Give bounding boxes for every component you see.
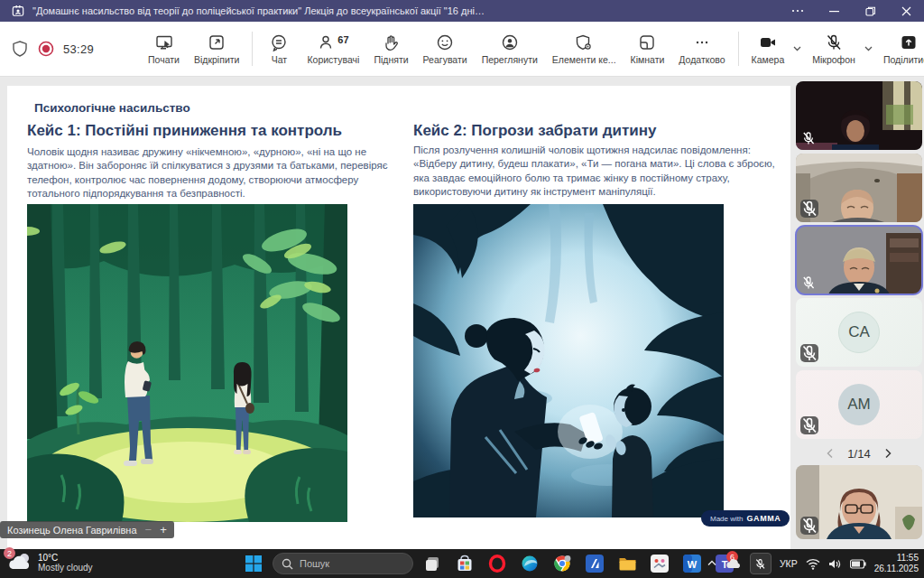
meeting-stage: Психологічне насильство Кейс 1: Постійні… — [0, 77, 924, 549]
battery-icon[interactable] — [850, 559, 866, 569]
meeting-icon — [12, 5, 24, 17]
chevron-down-icon — [792, 43, 802, 53]
mic-off-icon — [800, 416, 818, 434]
more-button[interactable]: Додатково — [671, 30, 732, 69]
people-icon — [318, 33, 336, 51]
raise-hand-icon — [382, 33, 400, 51]
unpin-button[interactable]: Відкріпити — [187, 30, 246, 69]
close-button[interactable] — [888, 0, 924, 22]
slide-title: Психологічне насильство — [34, 101, 190, 115]
pagination-next-icon[interactable] — [882, 448, 893, 459]
view-icon — [501, 33, 519, 51]
tray-date: 26.11.2025 — [874, 564, 919, 574]
word-button[interactable]: W — [679, 551, 706, 576]
control-elements-button[interactable]: Елементи ке... — [545, 30, 624, 69]
participants-pagination: 1/14 — [796, 443, 922, 464]
case1-body: Чоловік щодня називає дружину «нікчемною… — [27, 145, 395, 200]
shared-slide: Психологічне насильство Кейс 1: Постійні… — [7, 86, 790, 549]
view-button[interactable]: Переглянути — [475, 30, 545, 69]
taskbar-search[interactable] — [273, 553, 413, 574]
weather-condition: Mostly cloudy — [38, 563, 93, 573]
word-glyph: W — [688, 559, 698, 570]
more-icon — [693, 33, 711, 51]
share-button[interactable]: Поділитися — [876, 30, 924, 69]
microphone-label: Мікрофон — [812, 54, 855, 65]
rooms-button[interactable]: Кімнати — [624, 30, 672, 69]
search-input[interactable] — [300, 558, 399, 569]
windows-taskbar: 2 10°C Mostly cloudy — [0, 549, 924, 578]
edge-browser-button[interactable] — [516, 551, 543, 576]
raise-hand-label: Підняти — [374, 54, 408, 65]
minimize-button[interactable] — [816, 0, 852, 22]
gamma-brand-label: GAMMA — [746, 514, 781, 523]
shield-icon — [11, 40, 29, 58]
participants-button[interactable]: 67 Користувачі — [300, 30, 366, 69]
chat-icon — [270, 33, 288, 51]
maximize-icon — [865, 6, 875, 16]
toolbar-divider — [252, 32, 253, 66]
photo-app-icon — [651, 555, 669, 573]
mic-muted-icon — [825, 33, 843, 51]
maximize-button[interactable] — [852, 0, 888, 22]
tray-clock[interactable]: 11:55 26.11.2025 — [874, 553, 919, 574]
chevron-down-icon — [864, 43, 873, 53]
minimize-icon — [829, 6, 839, 16]
mic-off-icon — [800, 200, 818, 218]
file-explorer-button[interactable] — [614, 551, 641, 576]
tray-mic-muted-button[interactable] — [750, 553, 772, 574]
made-with-gamma-badge[interactable]: Made with GAMMA — [701, 510, 790, 527]
camera-button[interactable]: Камера — [744, 30, 792, 69]
windows-logo-icon — [245, 555, 263, 573]
toolbar-divider — [738, 32, 739, 66]
participant-avatar-ca[interactable]: CA — [796, 298, 922, 367]
mic-off-icon — [754, 558, 766, 570]
tray-overflow-icon[interactable] — [707, 558, 717, 569]
zoom-in-button[interactable]: + — [160, 524, 167, 536]
edge-icon — [521, 555, 539, 573]
self-video[interactable] — [796, 465, 922, 539]
app-icon-blue — [586, 555, 604, 573]
participant-video-2[interactable] — [796, 154, 922, 222]
start-button[interactable] — [240, 551, 267, 576]
camera-options-button[interactable] — [790, 39, 805, 59]
participant-avatar-am[interactable]: AM — [796, 370, 922, 439]
task-view-button[interactable] — [419, 551, 446, 576]
zoom-out-button[interactable]: − — [145, 524, 152, 536]
onedrive-icon[interactable] — [725, 557, 742, 570]
avatar: AM — [838, 384, 880, 425]
participant-video-1[interactable] — [796, 81, 922, 150]
participant-initials: CA — [848, 323, 870, 341]
raise-hand-button[interactable]: Підняти — [366, 30, 415, 69]
start-presenting-button[interactable]: Почати — [141, 30, 187, 69]
react-button[interactable]: Реагувати — [416, 30, 475, 69]
folder-icon — [618, 555, 637, 573]
language-indicator[interactable]: УКР — [780, 558, 798, 569]
participant-video-3-active-speaker[interactable] — [796, 226, 922, 294]
weather-temp: 10°C — [38, 553, 93, 564]
unpin-icon — [208, 33, 226, 51]
microphone-options-button[interactable] — [861, 39, 876, 59]
close-icon — [901, 6, 911, 16]
camera-icon — [759, 33, 777, 51]
meeting-toolbar: 53:29 Почати Відкріпити Чат 67 Користува… — [0, 22, 924, 77]
microsoft-store-button[interactable] — [451, 551, 478, 576]
rooms-label: Кімнати — [631, 54, 665, 65]
app-icon-blue-button[interactable] — [581, 551, 608, 576]
weather-widget[interactable]: 2 10°C Mostly cloudy — [7, 551, 93, 574]
chrome-browser-button[interactable] — [549, 551, 576, 576]
view-label: Переглянути — [482, 54, 538, 65]
window-menu-button[interactable] — [780, 0, 816, 22]
photo-app-button[interactable] — [646, 551, 673, 576]
share-icon — [900, 33, 918, 51]
wifi-icon[interactable] — [806, 558, 820, 570]
pagination-prev-icon[interactable] — [825, 448, 836, 459]
start-label: Почати — [148, 54, 180, 65]
chrome-icon — [553, 555, 571, 573]
opera-browser-button[interactable] — [484, 551, 511, 576]
ellipsis-icon — [791, 5, 804, 17]
participants-label: Користувачі — [307, 54, 359, 65]
chat-button[interactable]: Чат — [258, 30, 300, 69]
volume-icon[interactable] — [828, 558, 842, 570]
case2-heading: Кейс 2: Погрози забрати дитину — [413, 122, 656, 140]
microphone-button[interactable]: Мікрофон — [805, 30, 863, 69]
